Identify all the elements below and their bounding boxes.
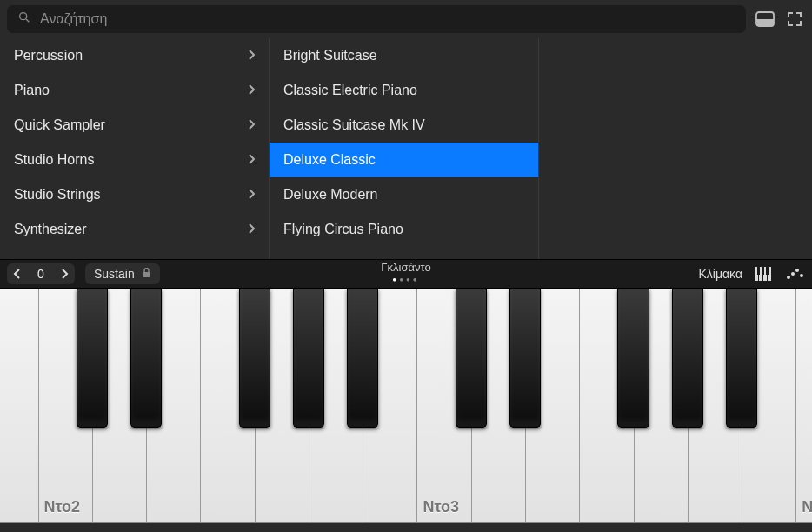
arpeggiator-icon[interactable] [786, 268, 805, 280]
chevron-right-icon [248, 152, 255, 168]
chevron-right-icon [248, 83, 255, 98]
svg-rect-11 [766, 267, 769, 275]
keyboard-mode-label: Γκλισάντο [381, 261, 430, 274]
scale-button[interactable]: Κλίμακα [698, 267, 742, 281]
svg-point-15 [800, 274, 803, 277]
category-label: Percussion [14, 48, 248, 63]
sustain-button[interactable]: Sustain [85, 263, 160, 284]
octave-label: Ντο4 [802, 498, 812, 516]
octave-label: Ντο2 [44, 498, 81, 516]
instrument-list[interactable]: Bright SuitcaseClassic Electric PianoCla… [270, 38, 539, 259]
instrument-row[interactable]: Deluxe Classic [270, 143, 538, 177]
category-label: Studio Strings [14, 187, 248, 203]
octave-up-button[interactable] [54, 263, 75, 284]
search-field[interactable] [7, 5, 746, 33]
svg-point-14 [795, 269, 799, 272]
black-key[interactable] [77, 289, 108, 428]
black-key[interactable] [617, 289, 649, 428]
svg-point-12 [787, 276, 790, 279]
category-row[interactable]: Quick Sampler [0, 108, 269, 143]
category-row[interactable]: Studio Strings [0, 177, 269, 212]
instrument-label: Classic Suitcase Mk IV [283, 117, 524, 133]
octave-label: Ντο3 [423, 498, 459, 516]
black-key[interactable] [130, 289, 162, 428]
category-label: Synthesizer [14, 222, 248, 237]
category-row[interactable]: Percussion [0, 38, 269, 73]
svg-rect-4 [143, 272, 150, 277]
black-key[interactable] [347, 289, 378, 428]
instrument-label: Classic Electric Piano [283, 83, 524, 98]
octave-down-button[interactable] [7, 263, 28, 284]
svg-point-13 [791, 272, 795, 276]
keyboard-layout-icon[interactable] [755, 267, 774, 281]
keyboard-mode[interactable]: Γκλισάντο ●●●● [381, 261, 430, 283]
instrument-label: Deluxe Modern [283, 187, 524, 203]
instrument-label: Deluxe Classic [283, 152, 524, 168]
svg-rect-10 [762, 267, 764, 275]
svg-rect-9 [757, 267, 760, 275]
chevron-right-icon [248, 117, 255, 133]
category-row[interactable]: Studio Horns [0, 143, 269, 177]
category-label: Studio Horns [14, 152, 248, 168]
black-key[interactable] [726, 289, 757, 428]
page-dots: ●●●● [381, 276, 430, 283]
sustain-label: Sustain [94, 267, 135, 281]
search-bar [0, 0, 812, 38]
category-row[interactable]: Piano [0, 73, 269, 108]
svg-point-0 [20, 13, 27, 20]
instrument-row[interactable]: Bright Suitcase [270, 38, 538, 73]
keyboard-toolbar: 0 Sustain Γκλισάντο ●●●● Κλίμακα [0, 259, 812, 289]
instrument-row[interactable]: Classic Suitcase Mk IV [270, 108, 538, 143]
chevron-right-icon [248, 48, 255, 63]
black-key[interactable] [672, 289, 703, 428]
svg-line-1 [26, 19, 29, 22]
category-list[interactable]: PercussionPianoQuick SamplerStudio Horns… [0, 38, 270, 259]
instrument-row[interactable]: Flying Circus Piano [270, 212, 538, 247]
instrument-label: Bright Suitcase [283, 48, 524, 63]
instrument-row[interactable]: Classic Electric Piano [270, 73, 538, 108]
browser-detail-pane [539, 38, 812, 259]
search-icon [17, 10, 31, 28]
black-key[interactable] [293, 289, 324, 428]
octave-stepper: 0 [7, 263, 75, 284]
category-row[interactable]: Synthesizer [0, 212, 269, 247]
instrument-label: Flying Circus Piano [283, 222, 524, 237]
lock-icon [142, 267, 151, 281]
chevron-right-icon [248, 222, 255, 237]
white-key[interactable] [0, 289, 38, 523]
black-key[interactable] [456, 289, 487, 428]
fullscreen-button[interactable] [784, 9, 805, 30]
white-key[interactable]: Ντο4 [795, 289, 812, 523]
octave-value: 0 [28, 267, 54, 281]
search-input[interactable] [40, 11, 735, 27]
black-key[interactable] [509, 289, 541, 428]
piano-keyboard[interactable]: Ντο2Ντο3Ντο4 [0, 289, 812, 523]
black-key[interactable] [239, 289, 270, 428]
view-toggle-button[interactable] [755, 9, 775, 30]
chevron-right-icon [248, 187, 255, 203]
category-label: Piano [14, 83, 248, 98]
category-label: Quick Sampler [14, 117, 248, 133]
instrument-row[interactable]: Deluxe Modern [270, 177, 538, 212]
sound-browser: PercussionPianoQuick SamplerStudio Horns… [0, 38, 812, 259]
svg-rect-3 [756, 19, 774, 26]
